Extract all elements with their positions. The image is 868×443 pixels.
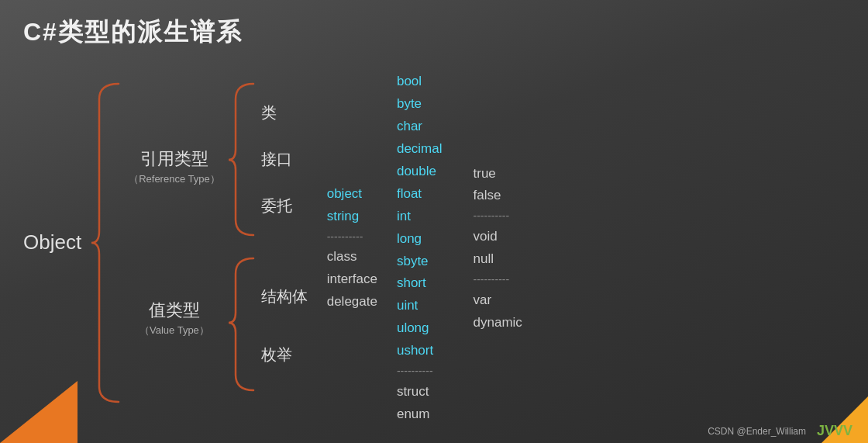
diagram-area: Object 引用类型 （Reference Type） 值类型 （Value … (0, 57, 868, 443)
sub-brace-svg (226, 76, 257, 410)
val-dots2: ---------- (397, 362, 443, 381)
value-type-label: 值类型 (129, 299, 220, 322)
value-type-sublabel: （Value Type） (129, 324, 220, 337)
values-col1: object string ---------- class interface… (327, 171, 377, 313)
val-decimal: decimal (397, 138, 443, 161)
val-bool: bool (397, 71, 443, 93)
val-class: class (327, 246, 377, 268)
val-char: char (397, 116, 443, 138)
val-true: true (474, 163, 522, 185)
subitem-enum: 枚举 (261, 344, 308, 365)
reference-type-group: 引用类型 （Reference Type） (129, 147, 220, 186)
val-string: string (327, 206, 377, 228)
val-delegate: delegate (327, 291, 377, 313)
val-byte: byte (397, 93, 443, 116)
val-short: short (397, 272, 443, 295)
main-brace-svg (88, 80, 122, 406)
val-object: object (327, 183, 377, 206)
reference-type-label: 引用类型 (129, 147, 220, 171)
logo-text: JVVV (817, 423, 852, 439)
object-label: Object (23, 230, 81, 254)
val-dots1: ---------- (327, 228, 377, 247)
content-container: C#类型的派生谱系 Object 引用类型 （Reference Type） 值… (0, 0, 868, 443)
subitem-delegate: 委托 (261, 196, 308, 216)
ref-subitems: 类 接口 委托 (261, 78, 308, 241)
types-column: 引用类型 （Reference Type） 值类型 （Value Type） (129, 76, 220, 410)
val-dots4: ---------- (474, 271, 522, 289)
val-false: false (474, 185, 522, 207)
val-null: null (474, 248, 522, 271)
reference-type-sublabel: （Reference Type） (129, 172, 220, 186)
val-ulong: ulong (397, 317, 443, 340)
val-long: long (397, 228, 443, 251)
val-dynamic: dynamic (474, 312, 522, 334)
val-enum: enum (397, 403, 443, 426)
val-interface: interface (327, 268, 377, 291)
val-void: void (474, 226, 522, 248)
val-int: int (397, 206, 443, 228)
val-ushort: ushort (397, 340, 443, 362)
subitem-class: 类 (261, 102, 308, 123)
main-layout: Object 引用类型 （Reference Type） 值类型 （Value … (23, 76, 852, 410)
values-col2: bool byte char decimal double float int … (397, 59, 443, 425)
subitem-struct: 结构体 (261, 286, 308, 307)
val-struct: struct (397, 381, 443, 403)
value-type-group: 值类型 （Value Type） (129, 299, 220, 337)
val-sbyte: sbyte (397, 251, 443, 273)
val-uint: uint (397, 295, 443, 317)
val-subitems: 结构体 枚举 (261, 244, 308, 407)
val-double: double (397, 161, 443, 183)
val-dots3: ---------- (474, 207, 522, 226)
watermark-text: CSDN @Ender_William (708, 426, 806, 437)
sub-items-labels: 类 接口 委托 结构体 枚举 (261, 76, 308, 410)
values-col3: true false ---------- void null --------… (474, 151, 522, 334)
sub-braces-container: 类 接口 委托 结构体 枚举 (226, 76, 308, 410)
val-var: var (474, 289, 522, 312)
subitem-interface: 接口 (261, 149, 308, 170)
val-float: float (397, 183, 443, 206)
page-title: C#类型的派生谱系 (0, 0, 868, 57)
